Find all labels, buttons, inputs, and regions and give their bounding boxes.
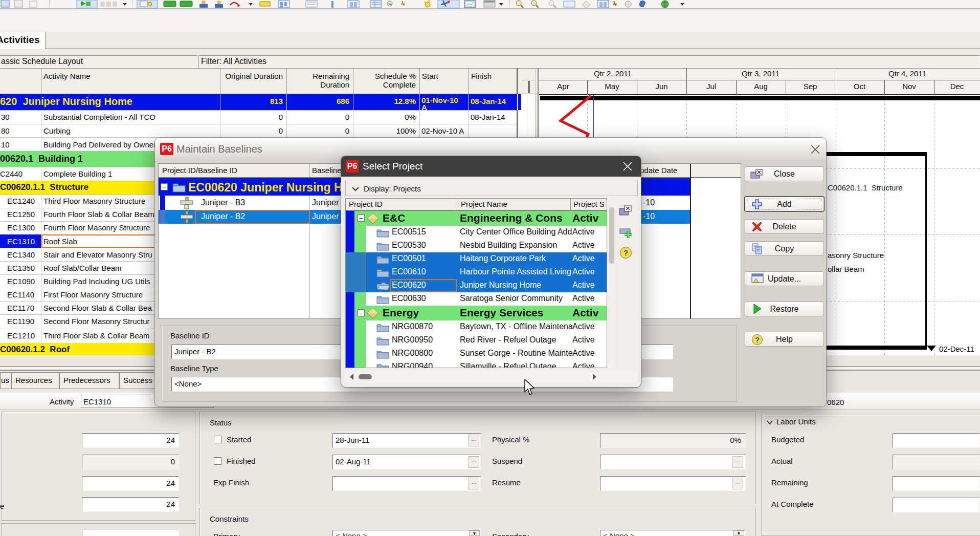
svg-text:?: ? xyxy=(623,248,628,257)
svg-text:?: ? xyxy=(755,336,760,344)
